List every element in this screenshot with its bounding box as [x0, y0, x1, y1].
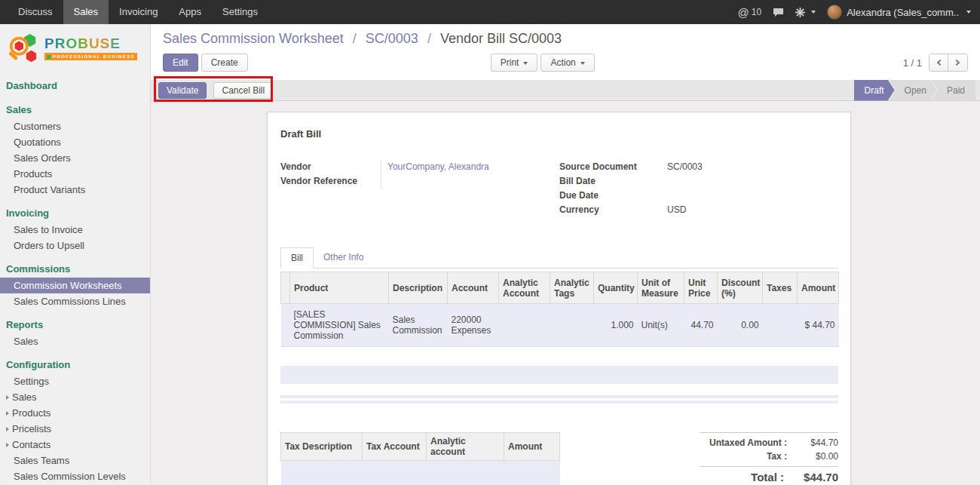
- form-area: Draft Bill Vendor YourCompany, Alexandra…: [151, 101, 980, 485]
- source-document-label: Source Document: [559, 160, 667, 174]
- sidebar-section-configuration[interactable]: Configuration: [0, 356, 150, 373]
- form-sheet: Draft Bill Vendor YourCompany, Alexandra…: [267, 112, 851, 485]
- form-title: Draft Bill: [280, 128, 838, 140]
- expand-caret-icon: [6, 427, 9, 431]
- column-tax-analytic-account: Analytic account: [427, 433, 504, 461]
- column-unit-of-measure: Unit of Measure: [638, 272, 684, 304]
- pager-next-button[interactable]: [948, 54, 967, 71]
- cell-description: Sales Commission: [389, 304, 448, 347]
- cell-discount: 0.00: [718, 304, 763, 347]
- edit-button[interactable]: Edit: [163, 54, 198, 72]
- menu-settings[interactable]: Settings: [212, 0, 268, 24]
- status-step-open[interactable]: Open: [890, 80, 937, 101]
- status-step-draft[interactable]: Draft: [854, 80, 895, 101]
- column-amount: Amount: [798, 272, 839, 304]
- sidebar-item-dashboard[interactable]: Dashboard: [0, 77, 150, 94]
- column-analytic-tags: Analytic Tags: [550, 272, 594, 304]
- sidebar-item-config-products[interactable]: Products: [0, 405, 150, 421]
- menu-apps[interactable]: Apps: [168, 0, 212, 24]
- pager-buttons: [929, 54, 968, 72]
- record-action-buttons: Print Action: [491, 54, 595, 72]
- lower-section: Tax Description Tax Account Analytic acc…: [280, 432, 838, 485]
- chat-bubble-icon[interactable]: [773, 8, 784, 17]
- untaxed-amount-label: Untaxed Amount :: [700, 437, 795, 448]
- untaxed-amount-value: $44.70: [795, 437, 838, 448]
- sidebar-item-customers[interactable]: Customers: [0, 118, 150, 134]
- sidebar-item-orders-to-upsell[interactable]: Orders to Upsell: [0, 238, 150, 253]
- empty-cell: [504, 461, 560, 485]
- pager-value: 1 / 1: [903, 57, 922, 69]
- table-row[interactable]: [SALES COMMISSION] Sales Commission Sale…: [281, 304, 839, 347]
- invoice-lines-table: Product Description Account Analytic Acc…: [280, 272, 839, 347]
- cell-uom: Unit(s): [638, 304, 684, 347]
- field-groups: Vendor YourCompany, Alexandra Vendor Ref…: [280, 160, 838, 217]
- vendor-label: Vendor: [280, 160, 381, 174]
- menu-sales[interactable]: Sales: [63, 0, 109, 24]
- sidebar-item-products[interactable]: Products: [0, 166, 150, 182]
- menu-invoicing[interactable]: Invoicing: [109, 0, 168, 24]
- print-button[interactable]: Print: [491, 54, 538, 72]
- sidebar-item-sales-commissions-lines[interactable]: Sales Commissions Lines: [0, 293, 150, 309]
- sidebar-item-sales-orders[interactable]: Sales Orders: [0, 150, 150, 166]
- vendor-value[interactable]: YourCompany, Alexandra: [381, 160, 559, 174]
- cancel-bill-button[interactable]: Cancel Bill: [213, 82, 273, 99]
- bill-date-label: Bill Date: [559, 174, 667, 189]
- vendor-reference-value: [381, 174, 559, 189]
- empty-cell: [427, 461, 504, 485]
- at-icon: @: [738, 6, 749, 19]
- column-tax-account: Tax Account: [363, 433, 427, 461]
- cell-amount: $ 44.70: [798, 304, 839, 347]
- tab-other-info[interactable]: Other Info: [314, 247, 373, 269]
- breadcrumb-separator: /: [427, 31, 431, 46]
- cell-product: [SALES COMMISSION] Sales Commission: [290, 304, 389, 347]
- validate-button[interactable]: Validate: [158, 82, 207, 99]
- empty-row-stripe: [280, 401, 838, 404]
- create-button[interactable]: Create: [201, 54, 248, 72]
- probuse-logo[interactable]: PROBUSE PROFESSIONAL BUSINESS: [0, 24, 150, 68]
- field-group-right: Source Document SC/0003 Bill Date Due Da…: [559, 160, 703, 217]
- empty-cell: [281, 461, 363, 485]
- debug-icon[interactable]: [795, 8, 816, 17]
- logo-subtitle: PROFESSIONAL BUSINESS: [44, 53, 137, 60]
- column-account: Account: [448, 272, 499, 304]
- sidebar-item-config-sales[interactable]: Sales: [0, 389, 150, 405]
- sidebar-section-reports[interactable]: Reports: [0, 316, 150, 333]
- sidebar-item-quotations[interactable]: Quotations: [0, 134, 150, 150]
- breadcrumb-sc0003-link[interactable]: SC/0003: [366, 31, 418, 46]
- sidebar-section-sales[interactable]: Sales: [0, 101, 150, 118]
- column-discount: Discount (%): [718, 272, 763, 304]
- user-menu[interactable]: Alexandra (Sales_comm..: [827, 5, 971, 20]
- menu-discuss[interactable]: Discuss: [8, 0, 63, 24]
- sidebar-item-sales-commission-levels[interactable]: Sales Commission Levels: [0, 468, 150, 484]
- sidebar-item-label: Sales: [12, 391, 37, 403]
- currency-value: USD: [667, 203, 686, 217]
- user-name: Alexandra (Sales_comm..: [847, 7, 959, 18]
- sidebar-item-config-contacts[interactable]: Contacts: [0, 437, 150, 453]
- caret-down-icon: [966, 11, 971, 14]
- logo-title: PROBUSE: [44, 36, 137, 51]
- sidebar-section-commissions[interactable]: Commissions: [0, 260, 150, 278]
- empty-row-stripe: [280, 395, 838, 398]
- breadcrumb-worksheets-link[interactable]: Sales Commission Worksheet: [163, 31, 344, 46]
- column-analytic-account: Analytic Account: [499, 272, 550, 304]
- source-document-value: SC/0003: [667, 160, 703, 174]
- sidebar-section-invoicing[interactable]: Invoicing: [0, 204, 150, 222]
- pager-previous-button[interactable]: [929, 54, 948, 71]
- tab-bill[interactable]: Bill: [280, 247, 314, 269]
- status-step-paid[interactable]: Paid: [932, 80, 975, 101]
- sidebar-item-product-variants[interactable]: Product Variants: [0, 182, 150, 198]
- sidebar-item-config-settings[interactable]: Settings: [0, 373, 150, 389]
- tax-table-header-row: Tax Description Tax Account Analytic acc…: [281, 433, 560, 461]
- expand-caret-icon: [6, 443, 9, 447]
- sidebar-item-sales-to-invoice[interactable]: Sales to Invoice: [0, 222, 150, 238]
- sidebar-item-commission-worksheets[interactable]: Commission Worksheets: [0, 278, 150, 293]
- sidebar-item-config-pricelists[interactable]: Pricelists: [0, 421, 150, 437]
- action-button[interactable]: Action: [541, 54, 594, 72]
- sidebar-item-label: Contacts: [12, 439, 51, 450]
- expand-caret-icon: [6, 395, 9, 400]
- sidebar-item-reports-sales[interactable]: Sales: [0, 333, 150, 349]
- sidebar-item-label: Pricelists: [12, 423, 51, 434]
- sidebar-item-sales-teams[interactable]: Sales Teams: [0, 453, 150, 468]
- inbox-counter[interactable]: @ 10: [738, 6, 762, 19]
- cell-analytic-account: [499, 304, 550, 347]
